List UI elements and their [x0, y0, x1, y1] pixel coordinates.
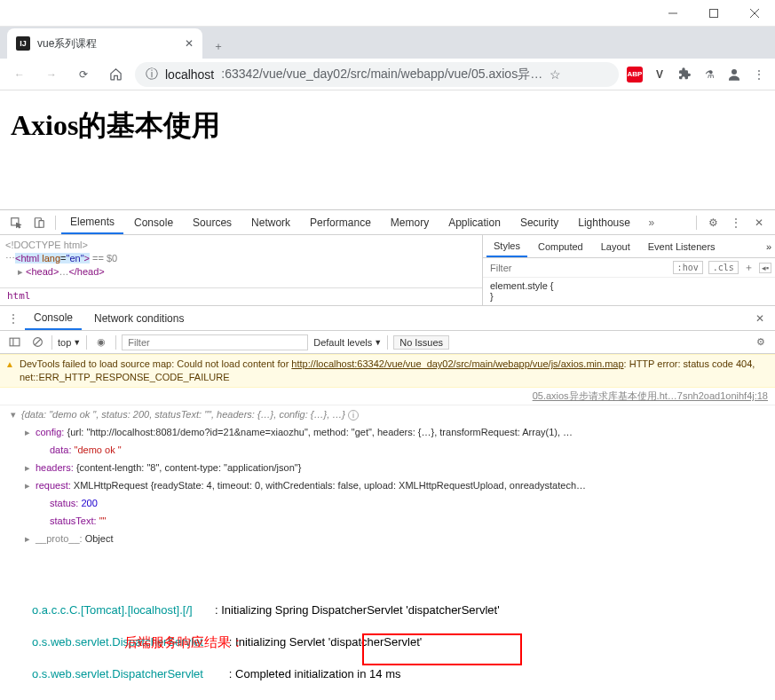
obj-proto[interactable]: __proto__: Object — [0, 530, 775, 547]
dom-html[interactable]: ⋯<html lang="en"> == $0 — [5, 252, 477, 265]
obj-data[interactable]: data: "demo ok " — [0, 441, 775, 459]
log-source: o.s.web.servlet.DispatcherServlet — [32, 667, 203, 680]
live-expression-icon[interactable]: ◉ — [92, 336, 110, 348]
browser-tabstrip: IJ vue系列课程 ✕ ＋ — [0, 27, 775, 59]
console-filter-input[interactable] — [122, 334, 308, 350]
annotation-box — [362, 633, 522, 665]
new-tab-button[interactable]: ＋ — [206, 34, 231, 59]
abp-extension-icon[interactable]: ABP — [626, 66, 644, 83]
forward-button[interactable]: → — [39, 62, 64, 87]
hov-toggle[interactable]: :hov — [673, 261, 703, 274]
back-button[interactable]: ← — [7, 62, 32, 87]
backend-log: o.a.c.c.C.[Tomcat].[localhost].[/] : Ini… — [0, 583, 775, 700]
obj-headers[interactable]: headers: {content-length: "8", content-t… — [0, 459, 775, 476]
devtools-settings-icon[interactable]: ⚙ — [702, 216, 724, 229]
tab-computed[interactable]: Computed — [531, 235, 590, 257]
new-style-rule-icon[interactable]: ＋ — [744, 261, 754, 274]
tab-console[interactable]: Console — [125, 210, 182, 234]
devtools: Elements Console Sources Network Perform… — [0, 209, 775, 700]
tab-title: vue系列课程 — [37, 36, 97, 51]
drawer-tab-console[interactable]: Console — [25, 306, 82, 330]
extensions-icon[interactable] — [676, 66, 693, 83]
svg-rect-1 — [710, 9, 718, 17]
svg-rect-8 — [10, 338, 20, 346]
tab-security[interactable]: Security — [511, 210, 567, 234]
console-object-root[interactable]: {data: "demo ok ", status: 200, statusTe… — [0, 405, 775, 423]
drawer-menu-icon[interactable]: ⋮ — [5, 312, 21, 325]
warning-link[interactable]: http://localhost:63342/vue/vue_day02/src… — [291, 358, 623, 369]
obj-statustext[interactable]: statusText: "" — [0, 512, 775, 530]
tab-close-icon[interactable]: ✕ — [185, 37, 194, 50]
console-toolbar: top ▼ ◉ Default levels ▼ No Issues ⚙ — [0, 331, 775, 354]
site-info-icon[interactable]: ⓘ — [146, 67, 158, 83]
tab-network[interactable]: Network — [242, 210, 299, 234]
styles-body[interactable]: element.style { } — [483, 278, 775, 304]
devtools-tabs: Elements Console Sources Network Perform… — [0, 210, 775, 235]
tab-layout[interactable]: Layout — [594, 235, 637, 257]
tab-sources[interactable]: Sources — [184, 210, 241, 234]
minimize-button[interactable] — [652, 0, 693, 27]
device-toggle-icon[interactable] — [28, 216, 50, 229]
v-extension-icon[interactable]: V — [651, 66, 668, 83]
devtools-close-icon[interactable]: ✕ — [748, 216, 770, 229]
svg-point-4 — [732, 69, 737, 75]
profile-icon[interactable] — [725, 66, 743, 83]
tab-elements[interactable]: Elements — [61, 210, 123, 234]
devtools-menu-icon[interactable]: ⋮ — [725, 216, 747, 229]
dom-head[interactable]: ▸ <head>…</head> — [5, 265, 477, 279]
clear-console-icon[interactable] — [28, 336, 46, 348]
more-tabs-icon[interactable]: » — [641, 216, 662, 229]
drawer-tab-network-conditions[interactable]: Network conditions — [85, 306, 193, 330]
elements-panel: <!DOCTYPE html> ⋯<html lang="en"> == $0 … — [0, 235, 775, 306]
tab-lighthouse[interactable]: Lighthouse — [569, 210, 639, 234]
dom-tree[interactable]: <!DOCTYPE html> ⋯<html lang="en"> == $0 … — [0, 235, 482, 287]
labs-icon[interactable]: ⚗ — [700, 66, 718, 83]
styles-panel: Styles Computed Layout Event Listeners »… — [482, 235, 775, 305]
log-source: o.a.c.c.C.[Tomcat].[localhost].[/] — [32, 603, 193, 617]
log-levels-selector[interactable]: Default levels ▼ — [313, 337, 382, 348]
maximize-button[interactable] — [693, 0, 734, 27]
address-bar: ← → ⟳ ⓘ localhost:63342/vue/vue_day02/sr… — [0, 59, 775, 90]
console-warning: DevTools failed to load source map: Coul… — [0, 354, 775, 388]
tab-styles[interactable]: Styles — [486, 235, 527, 257]
annotation-label: 后端服务响应结果： — [124, 634, 244, 650]
tab-favicon: IJ — [16, 36, 30, 51]
obj-config[interactable]: config: {url: "http://localhost:8081/dem… — [0, 423, 775, 441]
sidebar-toggle-icon[interactable] — [5, 336, 23, 348]
tab-application[interactable]: Application — [439, 210, 510, 234]
bookmark-star-icon[interactable]: ☆ — [550, 67, 561, 82]
styles-menu-icon[interactable]: ◂▪ — [759, 263, 771, 273]
no-issues-badge[interactable]: No Issues — [393, 335, 449, 350]
menu-icon[interactable]: ⋮ — [750, 66, 768, 83]
console-settings-icon[interactable]: ⚙ — [752, 336, 770, 348]
drawer-close-icon[interactable]: ✕ — [750, 312, 770, 325]
styles-filter-row: :hov .cls ＋ ◂▪ — [483, 258, 775, 278]
context-selector[interactable]: top ▼ — [58, 337, 81, 348]
breadcrumb[interactable]: html — [0, 287, 482, 305]
tab-performance[interactable]: Performance — [301, 210, 380, 234]
source-link[interactable]: 05.axios异步请求库基本使用.ht…7snh2oad1onihf4j:18 — [0, 388, 775, 405]
page-content: Axios的基本使用 — [0, 90, 775, 209]
close-button[interactable] — [734, 0, 775, 27]
obj-request[interactable]: request: XMLHttpRequest {readyState: 4, … — [0, 476, 775, 494]
dom-doctype: <!DOCTYPE html> — [5, 239, 477, 252]
drawer-tabs: ⋮ Console Network conditions ✕ — [0, 306, 775, 331]
tab-memory[interactable]: Memory — [382, 210, 438, 234]
page-heading: Axios的基本使用 — [11, 106, 764, 146]
url-path: :63342/vue/vue_day02/src/main/webapp/vue… — [221, 67, 542, 83]
styles-tabs: Styles Computed Layout Event Listeners » — [483, 235, 775, 258]
browser-tab[interactable]: IJ vue系列课程 ✕ — [7, 28, 202, 59]
cls-toggle[interactable]: .cls — [708, 261, 739, 274]
inspect-element-icon[interactable] — [5, 216, 27, 229]
more-styles-tabs-icon[interactable]: » — [766, 241, 771, 252]
svg-line-11 — [35, 339, 41, 345]
omnibox[interactable]: ⓘ localhost:63342/vue/vue_day02/src/main… — [135, 62, 619, 87]
home-button[interactable] — [103, 62, 128, 87]
reload-button[interactable]: ⟳ — [71, 62, 96, 87]
styles-filter-input[interactable] — [486, 261, 668, 275]
svg-rect-7 — [39, 220, 43, 227]
tab-event-listeners[interactable]: Event Listeners — [641, 235, 723, 257]
obj-status[interactable]: status: 200 — [0, 494, 775, 512]
console-output: DevTools failed to load source map: Coul… — [0, 354, 775, 547]
window-titlebar — [0, 0, 775, 27]
